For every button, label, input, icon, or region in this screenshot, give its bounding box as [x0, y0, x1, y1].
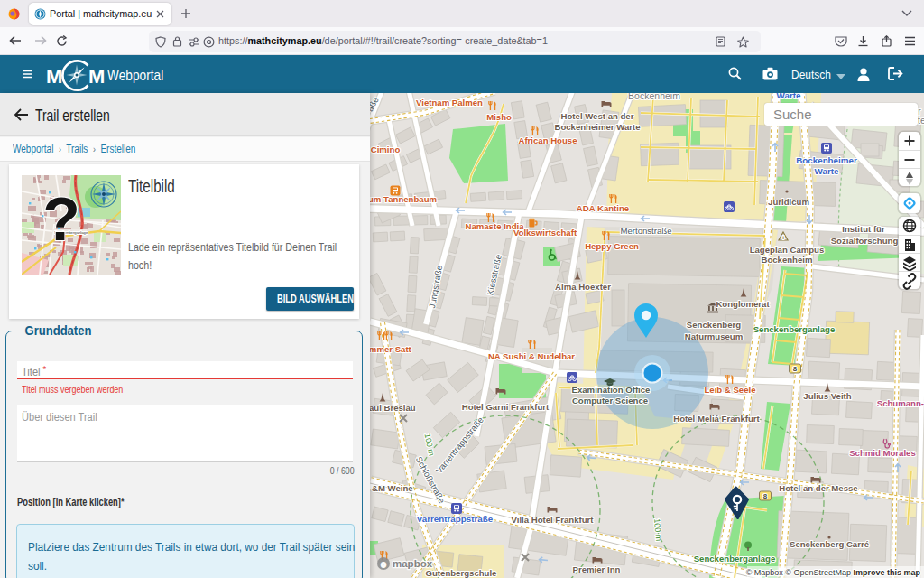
svg-text:?: ?: [42, 184, 80, 253]
svg-text:Institut für: Institut für: [842, 224, 885, 234]
svg-text:Varrentrappstraße: Varrentrappstraße: [417, 514, 494, 524]
svg-text:Vietnam Palmen: Vietnam Palmen: [416, 98, 483, 107]
svg-text:Gutenbergschule: Gutenbergschule: [426, 568, 497, 578]
svg-text:8: 8: [763, 492, 768, 500]
svg-text:Leib & Seele: Leib & Seele: [704, 385, 755, 395]
svg-text:8: 8: [793, 365, 798, 373]
svg-text:Heppy Green: Heppy Green: [585, 241, 639, 251]
svg-text:Bockenheim: Bockenheim: [761, 255, 812, 265]
svg-text:Bockenheimer: Bockenheimer: [796, 155, 857, 165]
svg-text:Examination Office: Examination Office: [572, 385, 651, 395]
svg-text:Volkswirtschaft: Volkswirtschaft: [513, 228, 578, 238]
svg-text:Villa Hotel Frankfurt: Villa Hotel Frankfurt: [512, 515, 595, 525]
svg-text:Hotel Meliá Frankfurt: Hotel Meliá Frankfurt: [673, 414, 760, 424]
svg-text:Premier Inn: Premier Inn: [573, 564, 621, 574]
svg-text:&M Weine: &M Weine: [372, 483, 413, 493]
svg-text:Konglomerat: Konglomerat: [716, 299, 770, 309]
svg-text:African House: African House: [518, 135, 577, 145]
svg-text:Senckenberganlage: Senckenberganlage: [753, 324, 836, 334]
svg-text:o: o: [381, 560, 385, 569]
svg-text:Misho: Misho: [486, 112, 512, 122]
svg-text:Mertonstraße: Mertonstraße: [620, 226, 671, 236]
svg-text:mapbox: mapbox: [393, 558, 433, 569]
svg-text:Immer Satt: Immer Satt: [370, 344, 412, 354]
svg-text:© Mapbox © OpenStreetMap Impro: © Mapbox © OpenStreetMap Improve this ma…: [746, 568, 921, 577]
svg-text:Hotel an der Messe: Hotel an der Messe: [779, 483, 857, 493]
svg-text:Schmid Morales: Schmid Morales: [849, 448, 916, 458]
svg-text:Warte: Warte: [777, 93, 801, 100]
svg-text:ADA Kantine: ADA Kantine: [577, 203, 629, 213]
svg-text:Juridicum: Juridicum: [768, 197, 809, 207]
svg-text:Schumann-: Schumann-: [877, 398, 924, 408]
svg-text:Hotel Garni Frankfurt: Hotel Garni Frankfurt: [462, 402, 550, 412]
svg-text:Senckenberg Carré: Senckenberg Carré: [790, 539, 869, 549]
svg-text:Warte: Warte: [815, 166, 839, 176]
svg-text:Lageplan Campus: Lageplan Campus: [750, 245, 825, 255]
svg-text:NA Sushi & Nudelbar: NA Sushi & Nudelbar: [488, 351, 575, 361]
svg-text:Senckenberg: Senckenberg: [687, 320, 741, 330]
svg-text:Bockenheimer Warte: Bockenheimer Warte: [554, 122, 640, 132]
svg-text:Naturmuseum: Naturmuseum: [685, 331, 744, 341]
svg-text:Cimino: Cimino: [371, 144, 401, 154]
svg-text:Sozialforschung: Sozialforschung: [831, 236, 899, 246]
svg-text:Computer Science: Computer Science: [572, 396, 648, 406]
svg-text:Julius Veith: Julius Veith: [803, 391, 851, 401]
svg-text:Bockenheim: Bockenheim: [628, 93, 680, 101]
svg-text:Senckenberganlage: Senckenberganlage: [694, 554, 776, 564]
svg-text:aul Breslau: aul Breslau: [370, 403, 416, 413]
svg-text:Alma Hoexter: Alma Hoexter: [555, 282, 611, 292]
svg-text:um Tannenbaum: um Tannenbaum: [370, 194, 437, 204]
svg-text:Hotel West an der: Hotel West an der: [561, 111, 634, 121]
